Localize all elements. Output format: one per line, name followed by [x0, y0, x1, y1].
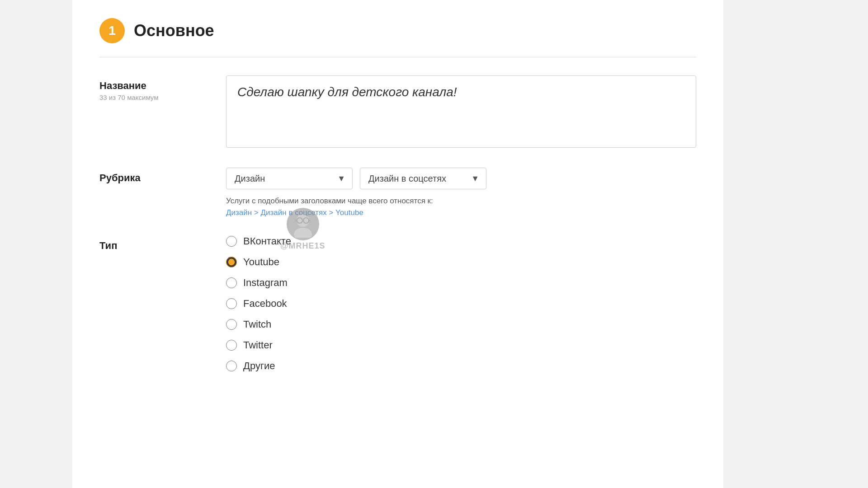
- radio-item-youtube[interactable]: Youtube: [226, 256, 696, 268]
- rubrika-label: Рубрика: [99, 168, 226, 186]
- radio-item-vkontakte[interactable]: ВКонтакте: [226, 235, 696, 247]
- rubrika-label-title: Рубрика: [99, 172, 226, 184]
- suggestion-text: Услуги с подобными заголовками чаще всег…: [226, 197, 696, 206]
- name-label-title: Название: [99, 80, 226, 92]
- name-char-count: 33 из 70 максимум: [99, 94, 159, 101]
- radio-twitter[interactable]: [226, 340, 237, 351]
- title-textarea[interactable]: Сделаю шапку для детского канала!: [226, 75, 696, 148]
- radio-other[interactable]: [226, 361, 237, 371]
- tip-control: ВКонтакте Youtube Instagram Facebook: [226, 235, 696, 372]
- section-divider: [99, 57, 696, 57]
- name-field-row: Название 33 из 70 максимум Сделаю шапку …: [99, 75, 696, 150]
- radio-vkontakte[interactable]: [226, 236, 237, 247]
- radio-label-vkontakte: ВКонтакте: [243, 235, 291, 247]
- rubrika-select-2[interactable]: Дизайн в соцсетях Веб-дизайн Логотипы: [360, 168, 486, 189]
- radio-twitch[interactable]: [226, 319, 237, 330]
- suggestion-link[interactable]: Дизайн > Дизайн в соцсетях > Youtube: [226, 208, 363, 217]
- main-content: 1 Основное Название 33 из 70 максимум Сд…: [72, 0, 723, 488]
- radio-facebook[interactable]: [226, 298, 237, 309]
- left-sidebar: [0, 0, 72, 488]
- name-control: Сделаю шапку для детского канала!: [226, 75, 696, 150]
- rubrika-select-1[interactable]: Дизайн Разработка Маркетинг: [226, 168, 353, 189]
- section-header: 1 Основное: [99, 18, 696, 43]
- section-title: Основное: [134, 21, 214, 40]
- radio-item-other[interactable]: Другие: [226, 360, 696, 372]
- suggestion-row: Услуги с подобными заголовками чаще всег…: [226, 197, 696, 217]
- name-label: Название 33 из 70 максимум: [99, 75, 226, 102]
- radio-label-other: Другие: [243, 360, 275, 372]
- rubrika-control: Дизайн Разработка Маркетинг ▼ Дизайн в с…: [226, 168, 696, 217]
- radio-label-youtube: Youtube: [243, 256, 279, 268]
- rubrika-field-row: Рубрика Дизайн Разработка Маркетинг ▼: [99, 168, 696, 217]
- radio-group: ВКонтакте Youtube Instagram Facebook: [226, 235, 696, 372]
- radio-item-facebook[interactable]: Facebook: [226, 298, 696, 310]
- right-sidebar: [723, 0, 868, 488]
- tip-label-title: Тип: [99, 240, 226, 252]
- step-number: 1: [108, 23, 116, 38]
- radio-label-instagram: Instagram: [243, 277, 288, 289]
- rubrika-selects: Дизайн Разработка Маркетинг ▼ Дизайн в с…: [226, 168, 696, 189]
- radio-item-twitter[interactable]: Twitter: [226, 339, 696, 351]
- rubrika-select-1-wrapper: Дизайн Разработка Маркетинг ▼: [226, 168, 353, 189]
- radio-instagram[interactable]: [226, 277, 237, 288]
- radio-label-facebook: Facebook: [243, 298, 287, 310]
- radio-label-twitch: Twitch: [243, 319, 271, 330]
- radio-item-twitch[interactable]: Twitch: [226, 319, 696, 330]
- radio-item-instagram[interactable]: Instagram: [226, 277, 696, 289]
- tip-field-row: Тип ВКонтакте Youtube Instagram: [99, 235, 696, 372]
- rubrika-select-2-wrapper: Дизайн в соцсетях Веб-дизайн Логотипы ▼: [360, 168, 486, 189]
- tip-label: Тип: [99, 235, 226, 253]
- radio-label-twitter: Twitter: [243, 339, 273, 351]
- step-badge: 1: [99, 18, 125, 43]
- radio-youtube[interactable]: [226, 257, 237, 267]
